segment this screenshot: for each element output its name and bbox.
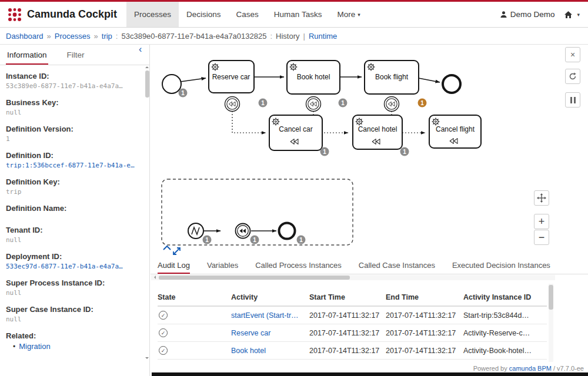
nav-processes[interactable]: Processes — [126, 2, 179, 27]
end-event[interactable] — [443, 75, 460, 93]
pause-icon — [570, 97, 576, 103]
sidebar-scroll-up-icon[interactable] — [145, 65, 149, 68]
field-instance-id: Instance ID: 53c389e0-6877-11e7-b41a-e4a… — [6, 72, 140, 90]
tab-called-case-instances[interactable]: Called Case Instances — [359, 258, 435, 274]
user-menu[interactable]: Demo Demo — [500, 10, 555, 19]
activity-link[interactable]: Book hotel — [231, 347, 266, 355]
deployment-id-link[interactable]: 533ec97d-6877-11e7-b41a-e4a7a… — [6, 263, 140, 270]
start-event[interactable] — [162, 75, 181, 93]
field-value: null — [6, 236, 140, 244]
sidebar-scrollbar[interactable] — [145, 70, 149, 98]
home-icon — [564, 11, 573, 19]
camunda-bpm-link[interactable]: camunda BPM — [509, 365, 552, 372]
pause-button[interactable] — [565, 92, 580, 108]
bullet-icon: • — [13, 343, 15, 351]
table-row[interactable]: ✓ startEvent (Start-tr… 2017-07-14T11:32… — [158, 307, 547, 324]
nav-more[interactable]: More ▾ — [329, 2, 368, 27]
definition-id-link[interactable]: trip:1:536bccef-6877-11e7-b41a-e… — [6, 162, 140, 169]
breadcrumb: Dashboard » Processes » trip : 53c389e0-… — [0, 28, 588, 45]
caret-down-icon: ▾ — [577, 12, 580, 18]
svg-text:Cancel hotel: Cancel hotel — [358, 125, 397, 133]
end-time: 2017-07-14T11:32:17 — [386, 329, 463, 337]
sidebar-scroll-down-icon[interactable] — [145, 357, 149, 361]
instance-count-badge: 1 — [400, 147, 409, 156]
task-cancel-flight[interactable]: Cancel flight — [429, 115, 481, 148]
svg-text:1: 1 — [253, 237, 256, 243]
compensation-boundary-event[interactable] — [306, 97, 321, 112]
field-related: Related: • Migration — [6, 331, 140, 351]
instance-count-badge: 1 — [339, 99, 348, 108]
field-definition-name: Definition Name: — [6, 204, 140, 217]
state-completed-icon: ✓ — [159, 346, 168, 355]
breadcrumb-colon: : — [116, 32, 118, 41]
breadcrumb-process-key[interactable]: trip — [102, 32, 112, 41]
svg-text:1: 1 — [261, 100, 265, 106]
svg-text:Cancel flight: Cancel flight — [436, 125, 475, 133]
compensation-boundary-event[interactable] — [225, 97, 240, 112]
svg-text:1: 1 — [323, 149, 326, 155]
person-icon — [500, 11, 507, 18]
nav-cases[interactable]: Cases — [229, 2, 266, 27]
state-completed-icon: ✓ — [159, 311, 168, 320]
horizontal-scrollbar-thumb[interactable] — [159, 276, 350, 280]
svg-text:1: 1 — [341, 100, 345, 106]
vertical-scrollbar-thumb[interactable] — [549, 285, 553, 310]
horizontal-scrollbar[interactable] — [151, 275, 555, 280]
top-right-menu: Demo Demo ▾ — [500, 10, 588, 19]
breadcrumb-dashboard[interactable]: Dashboard — [6, 32, 44, 41]
tab-executed-decision-instances[interactable]: Executed Decision Instances — [452, 258, 550, 274]
task-book-hotel[interactable]: Book hotel — [287, 61, 340, 94]
bpmn-diagram[interactable]: Reserve car Book hotel Book flight — [151, 45, 588, 258]
incident-count-badge: 1 — [418, 99, 427, 108]
version-label: / v7.7.0-ee — [552, 365, 584, 372]
home-menu[interactable]: ▾ — [564, 11, 580, 19]
activity-instance-id: Activity-Reserve-c… — [463, 329, 546, 337]
breadcrumb-separator: » — [94, 32, 98, 41]
sidebar-collapse-icon[interactable]: ‹ — [139, 45, 142, 53]
subprocess-end-event[interactable] — [279, 223, 295, 239]
field-label: Definition ID: — [6, 151, 140, 160]
instance-count-badge: 1 — [320, 147, 329, 156]
tab-filter[interactable]: Filter — [66, 46, 86, 65]
task-book-flight[interactable]: Book flight — [365, 61, 419, 94]
table-vertical-scrollbar[interactable] — [549, 284, 553, 362]
tab-audit-log[interactable]: Audit Log — [158, 258, 190, 274]
start-time: 2017-07-14T11:32:17 — [309, 311, 386, 320]
task-reserve-car[interactable]: Reserve car — [209, 61, 254, 93]
end-time: 2017-07-14T11:32:17 — [386, 347, 463, 355]
nav-decisions[interactable]: Decisions — [179, 2, 229, 27]
table-row[interactable]: ✓ Book hotel 2017-07-14T11:32:17 2017-07… — [158, 342, 547, 360]
tab-called-process-instances[interactable]: Called Process Instances — [255, 258, 342, 274]
expand-diagonal-icon[interactable] — [173, 248, 180, 254]
compensation-boundary-event[interactable] — [385, 97, 399, 112]
zoom-in-button[interactable]: + — [534, 214, 549, 229]
task-cancel-hotel[interactable]: Cancel hotel — [353, 115, 402, 149]
zoom-out-button[interactable]: − — [534, 230, 549, 245]
scroll-left-icon[interactable] — [152, 276, 156, 279]
close-button[interactable]: × — [565, 47, 580, 62]
activity-link[interactable]: Reserve car — [231, 329, 270, 337]
footer: Powered by camunda BPM / v7.7.0-ee — [473, 365, 584, 372]
field-label: Super Process Instance ID: — [6, 278, 140, 287]
breadcrumb-runtime[interactable]: Runtime — [309, 32, 337, 41]
field-label: Instance ID: — [6, 72, 140, 80]
nav-human-tasks[interactable]: Human Tasks — [266, 2, 330, 27]
migration-link[interactable]: Migration — [19, 342, 50, 351]
collapse-up-icon[interactable] — [163, 246, 171, 250]
pan-button[interactable] — [534, 190, 549, 206]
breadcrumb-processes[interactable]: Processes — [55, 32, 91, 41]
tab-variables[interactable]: Variables — [207, 258, 238, 274]
tab-information[interactable]: Information — [6, 46, 48, 65]
task-cancel-car[interactable]: Cancel car — [269, 115, 322, 150]
field-value: null — [6, 315, 140, 323]
field-label: Definition Key: — [6, 177, 140, 186]
compensation-throw-event[interactable] — [236, 224, 250, 239]
col-state: State — [158, 293, 231, 302]
svg-text:1: 1 — [299, 237, 303, 243]
refresh-button[interactable] — [565, 69, 580, 84]
table-row[interactable]: ✓ Reserve car 2017-07-14T11:32:17 2017-0… — [158, 324, 547, 342]
instance-count-badge: 1 — [203, 236, 212, 244]
expanded-subprocess[interactable] — [162, 179, 353, 245]
activity-link[interactable]: startEvent (Start-tr… — [231, 311, 299, 320]
svg-text:1: 1 — [420, 100, 424, 106]
